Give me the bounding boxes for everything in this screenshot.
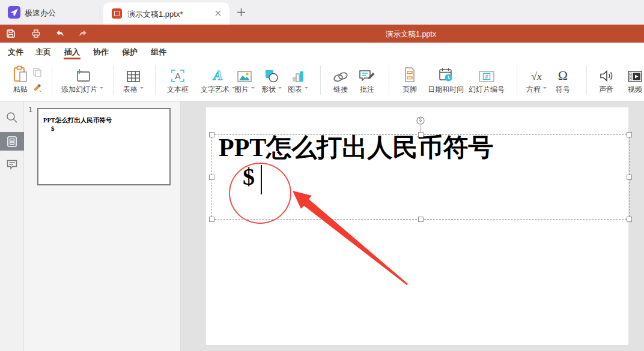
add-slide-button[interactable]: 添加幻灯片 bbox=[61, 65, 103, 95]
dropdown-caret-icon bbox=[140, 87, 144, 91]
link-button[interactable]: 链接 bbox=[332, 65, 349, 95]
table-button[interactable]: 表格 bbox=[123, 65, 144, 95]
save-icon[interactable] bbox=[6, 29, 16, 38]
group-separator bbox=[586, 65, 587, 95]
search-icon[interactable] bbox=[6, 112, 18, 124]
app-window: 极速办公 演示文稿1.pptx* 演示文稿 bbox=[0, 0, 644, 351]
ribbon-label: 图表 bbox=[288, 85, 302, 94]
ribbon-label: 形状 bbox=[261, 85, 276, 94]
dropdown-caret-icon bbox=[305, 87, 308, 91]
chart-button[interactable]: 图表 bbox=[288, 65, 308, 95]
rocket-icon bbox=[8, 6, 20, 19]
ribbon-label: 声音 bbox=[599, 85, 613, 94]
menu-collab[interactable]: 协作 bbox=[93, 47, 109, 58]
redo-icon[interactable] bbox=[79, 29, 88, 38]
tab-divider bbox=[100, 7, 100, 18]
word-art-icon: A bbox=[201, 65, 235, 83]
new-tab-button[interactable] bbox=[237, 8, 246, 17]
svg-text:A: A bbox=[175, 71, 181, 81]
slide-surface[interactable]: PPT怎么打出人民币符号 $ bbox=[206, 107, 628, 345]
speaker-icon bbox=[599, 65, 613, 83]
dropdown-caret-icon bbox=[278, 87, 282, 91]
ribbon-label: 文字艺术 bbox=[201, 85, 229, 94]
chart-icon bbox=[288, 65, 308, 83]
symbol-button[interactable]: Ω 符号 bbox=[556, 65, 570, 95]
group-separator bbox=[155, 65, 156, 95]
slide-number-icon: # bbox=[469, 65, 505, 83]
slide-number-button[interactable]: # 幻灯片编号 bbox=[469, 65, 505, 95]
shapes-button[interactable]: 形状 bbox=[261, 65, 282, 95]
svg-text:A: A bbox=[212, 68, 222, 83]
footer-icon bbox=[402, 65, 417, 83]
svg-text:√x: √x bbox=[532, 71, 542, 82]
text-box-button[interactable]: A 文本框 bbox=[167, 65, 189, 95]
paste-clipboard-icon bbox=[13, 65, 28, 83]
format-painter-icon[interactable] bbox=[32, 83, 42, 92]
svg-text:Ω: Ω bbox=[558, 68, 568, 83]
link-icon bbox=[332, 65, 349, 83]
video-button[interactable]: 视频 bbox=[627, 65, 643, 95]
slides-view-button[interactable] bbox=[0, 132, 24, 151]
group-separator bbox=[389, 65, 389, 95]
equation-icon: √x bbox=[526, 65, 547, 83]
menu-file[interactable]: 文件 bbox=[8, 47, 23, 58]
dropdown-caret-icon bbox=[543, 87, 547, 91]
print-icon[interactable] bbox=[31, 29, 41, 38]
word-art-button[interactable]: A 文字艺术 bbox=[201, 65, 235, 95]
slides-view-icon bbox=[7, 136, 17, 148]
left-rail bbox=[0, 101, 24, 351]
ribbon-label: 链接 bbox=[333, 85, 348, 94]
symbol-icon: Ω bbox=[556, 65, 570, 83]
shapes-icon bbox=[261, 65, 282, 83]
slide-number-label: 1 bbox=[28, 105, 32, 114]
annotation-arrow bbox=[206, 107, 628, 345]
editing-canvas: PPT怎么打出人民币符号 $ bbox=[181, 101, 644, 351]
ribbon-label: 批注 bbox=[360, 85, 374, 94]
dropdown-caret-icon bbox=[251, 87, 255, 91]
thumbnail-title-text: PPT怎么打出人民币符号 bbox=[43, 116, 112, 125]
picture-button[interactable]: 图片 bbox=[234, 65, 255, 95]
close-tab-icon[interactable] bbox=[214, 9, 222, 17]
ribbon-label: 表格 bbox=[123, 85, 138, 94]
undo-icon[interactable] bbox=[55, 29, 64, 38]
date-time-button[interactable]: 日期和时间 bbox=[428, 65, 464, 95]
presentation-file-icon bbox=[112, 8, 122, 19]
slide-thumbnail[interactable]: PPT怎么打出人民币符号 $ bbox=[37, 108, 171, 185]
equation-button[interactable]: √x 方程 bbox=[526, 65, 547, 95]
copy-icon[interactable] bbox=[32, 67, 42, 77]
app-logo-icon[interactable] bbox=[8, 6, 20, 19]
app-name[interactable]: 极速办公 bbox=[25, 8, 56, 19]
document-title: 演示文稿1.pptx bbox=[386, 29, 436, 40]
ribbon-label: 符号 bbox=[556, 85, 570, 94]
document-tab-title: 演示文稿1.pptx* bbox=[127, 9, 183, 20]
ribbon-toolbar: 粘贴 添加幻灯片 bbox=[0, 60, 644, 101]
group-separator bbox=[113, 65, 114, 95]
video-icon bbox=[627, 65, 643, 83]
slide-thumbnails-panel: 1 PPT怎么打出人民币符号 $ bbox=[24, 101, 181, 351]
document-tab[interactable]: 演示文稿1.pptx* bbox=[103, 2, 229, 25]
svg-text:#: # bbox=[485, 74, 488, 80]
menu-widgets[interactable]: 组件 bbox=[151, 47, 166, 58]
ribbon-label: 视频 bbox=[628, 85, 642, 94]
group-separator bbox=[320, 65, 321, 95]
active-menu-underline bbox=[64, 58, 80, 59]
add-slide-icon bbox=[61, 65, 103, 83]
audio-button[interactable]: 声音 bbox=[599, 65, 613, 95]
ribbon-label: 幻灯片编号 bbox=[469, 85, 505, 94]
paste-button[interactable]: 粘贴 bbox=[13, 65, 28, 95]
text-box-icon: A bbox=[167, 65, 189, 83]
menu-home[interactable]: 主页 bbox=[35, 47, 51, 58]
menu-insert[interactable]: 插入 bbox=[64, 47, 80, 58]
ribbon-label: 文本框 bbox=[167, 85, 189, 94]
comments-panel-icon[interactable] bbox=[6, 158, 18, 170]
title-band: 演示文稿1.pptx bbox=[0, 25, 644, 43]
group-separator bbox=[52, 65, 52, 95]
ribbon-label: 图片 bbox=[234, 85, 249, 94]
group-separator bbox=[517, 65, 517, 95]
footer-button[interactable]: 页脚 bbox=[402, 65, 417, 95]
comment-button[interactable]: 批注 bbox=[359, 65, 375, 95]
menu-protect[interactable]: 保护 bbox=[122, 47, 138, 58]
dropdown-caret-icon bbox=[100, 87, 103, 91]
date-time-icon bbox=[428, 65, 464, 83]
ribbon-label: 方程 bbox=[526, 85, 541, 94]
